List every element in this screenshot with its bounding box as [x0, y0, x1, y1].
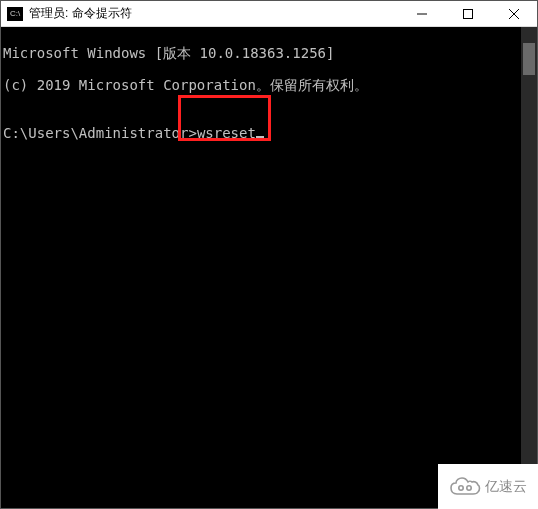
vertical-scrollbar[interactable] [521, 27, 537, 508]
window-title: 管理员: 命令提示符 [29, 5, 399, 22]
watermark-text: 亿速云 [485, 478, 527, 496]
copyright-line: (c) 2019 Microsoft Corporation。保留所有权利。 [3, 77, 521, 93]
cloud-icon [449, 476, 481, 498]
command-prompt-window: C:\ 管理员: 命令提示符 Microsoft Windows [版本 10.… [0, 0, 538, 509]
svg-point-4 [459, 485, 463, 489]
svg-point-5 [467, 485, 471, 489]
watermark: 亿速云 [438, 464, 538, 509]
maximize-button[interactable] [445, 1, 491, 26]
minimize-button[interactable] [399, 1, 445, 26]
prompt-line: C:\Users\Administrator>wsreset [3, 125, 521, 141]
close-button[interactable] [491, 1, 537, 26]
titlebar[interactable]: C:\ 管理员: 命令提示符 [1, 1, 537, 27]
svg-rect-1 [464, 9, 473, 18]
console-output[interactable]: Microsoft Windows [版本 10.0.18363.1256] (… [1, 27, 521, 508]
command-input[interactable]: wsreset [197, 125, 256, 141]
window-controls [399, 1, 537, 26]
scrollbar-thumb[interactable] [523, 43, 535, 75]
cursor-icon [256, 136, 264, 138]
cmd-icon: C:\ [7, 7, 23, 21]
console-area: Microsoft Windows [版本 10.0.18363.1256] (… [1, 27, 537, 508]
prompt-text: C:\Users\Administrator> [3, 125, 197, 141]
version-line: Microsoft Windows [版本 10.0.18363.1256] [3, 45, 521, 61]
